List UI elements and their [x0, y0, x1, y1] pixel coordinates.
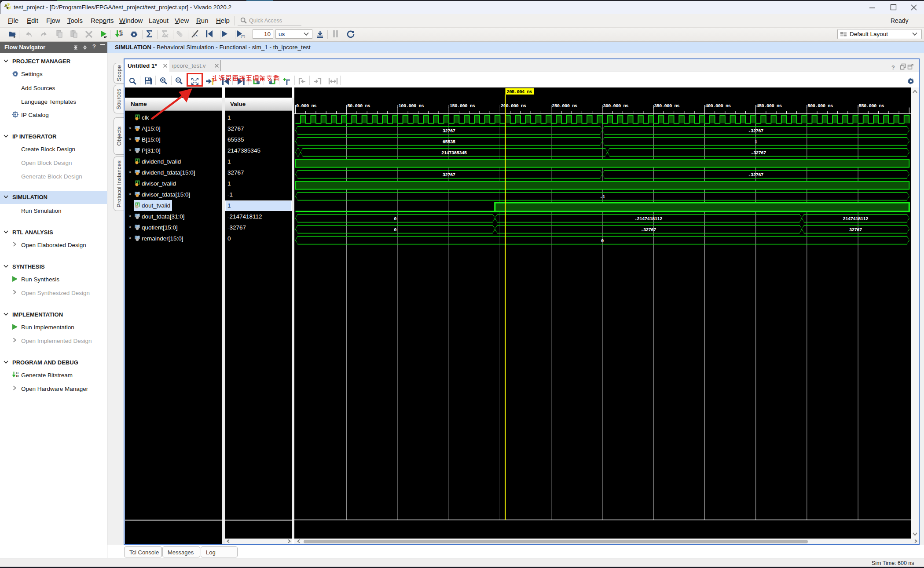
svg-text:450.000 ns: 450.000 ns [756, 103, 782, 109]
svg-text:65535: 65535 [443, 139, 455, 145]
svg-text:0: 0 [394, 216, 396, 222]
svg-text:-32767: -32767 [748, 172, 763, 178]
svg-text:10: 10 [16, 375, 19, 378]
svg-text:300.000 ns: 300.000 ns [603, 103, 628, 109]
svg-text:-32767: -32767 [748, 128, 763, 134]
svg-text:150.000 ns: 150.000 ns [450, 103, 475, 109]
svg-text:-32767: -32767 [751, 150, 766, 156]
svg-text:500.000 ns: 500.000 ns [807, 103, 833, 109]
svg-text:0: 0 [394, 227, 396, 233]
svg-text:0: 0 [601, 238, 604, 244]
svg-text:0.000 ns: 0.000 ns [296, 103, 316, 109]
svg-text:350.000 ns: 350.000 ns [654, 103, 680, 109]
svg-text:2147418112: 2147418112 [843, 216, 869, 222]
svg-text:400.000 ns: 400.000 ns [705, 103, 731, 109]
svg-text:32767: 32767 [443, 128, 455, 134]
svg-text:(T): (T) [241, 34, 246, 38]
svg-text:200.000 ns: 200.000 ns [501, 103, 526, 109]
svg-text:205.004 ns: 205.004 ns [507, 89, 532, 95]
svg-text:2147385345: 2147385345 [441, 150, 467, 156]
svg-text:-32767: -32767 [641, 227, 656, 233]
svg-text:550.000 ns: 550.000 ns [859, 103, 884, 109]
svg-text:-1: -1 [600, 194, 605, 200]
svg-text:01: 01 [119, 30, 123, 33]
svg-text:250.000 ns: 250.000 ns [552, 103, 577, 109]
svg-text:-2147418112: -2147418112 [634, 216, 663, 222]
svg-text:1: 1 [755, 139, 757, 145]
svg-text:100.000 ns: 100.000 ns [399, 103, 424, 109]
svg-text:50.000 ns: 50.000 ns [347, 103, 370, 109]
svg-text:32767: 32767 [443, 172, 455, 178]
svg-text:32767: 32767 [849, 227, 862, 233]
svg-text:10: 10 [119, 33, 123, 36]
